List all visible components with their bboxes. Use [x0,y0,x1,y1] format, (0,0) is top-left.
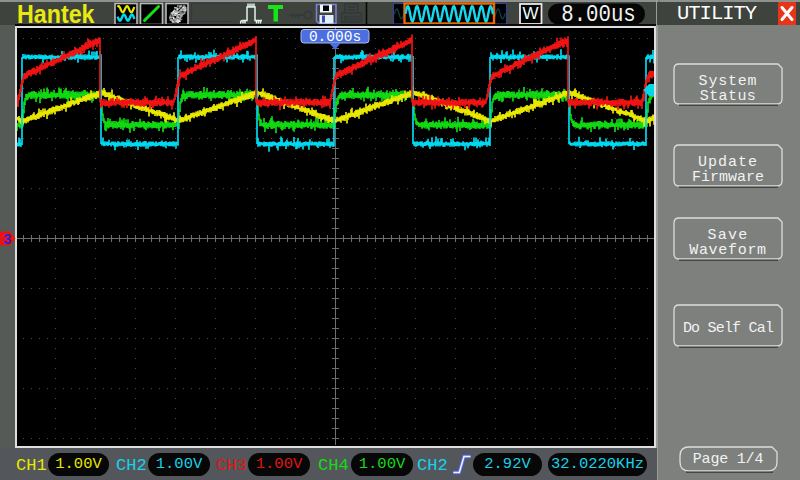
svg-text:3: 3 [3,232,11,248]
